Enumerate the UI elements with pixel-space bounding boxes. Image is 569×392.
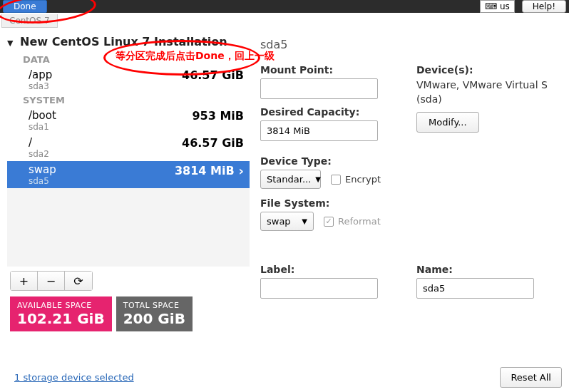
- name-input[interactable]: [416, 278, 534, 299]
- label-label: Label:: [260, 264, 399, 275]
- capacity-label: Desired Capacity:: [260, 106, 399, 118]
- name-label: Name:: [416, 264, 555, 275]
- help-button[interactable]: Help!: [522, 0, 566, 13]
- chevron-right-icon: ›: [239, 163, 244, 178]
- partition-boot[interactable]: /boot sda1 953 MiB: [7, 107, 250, 134]
- selected-device: sda5: [260, 38, 555, 51]
- remove-partition-button[interactable]: −: [38, 272, 65, 290]
- device-type-dropdown[interactable]: Standar... ▼: [260, 170, 321, 189]
- partition-swap[interactable]: swap sda5 3814 MiB ›: [7, 161, 250, 188]
- tab-centos[interactable]: CentOS 7: [1, 14, 58, 28]
- partition-list-spacer: [7, 188, 250, 267]
- devices-text: VMware, VMware Virtual S (sda): [416, 78, 555, 106]
- chevron-down-icon: ▼: [302, 217, 307, 225]
- mount-point-label: Mount Point:: [260, 64, 399, 76]
- keyboard-indicator[interactable]: ⌨ us: [480, 0, 515, 13]
- devices-label: Device(s):: [416, 64, 555, 76]
- reload-button[interactable]: ⟳: [65, 272, 92, 290]
- section-data: DATA: [7, 53, 250, 66]
- device-type-label: Device Type:: [260, 155, 555, 167]
- encrypt-checkbox[interactable]: Encrypt: [331, 174, 381, 185]
- section-system: SYSTEM: [7, 93, 250, 107]
- filesystem-label: File System:: [260, 197, 555, 209]
- storage-devices-link[interactable]: 1 storage device selected: [14, 372, 134, 383]
- collapse-icon: ▼: [7, 38, 13, 48]
- done-button[interactable]: Done: [3, 0, 47, 13]
- partition-root[interactable]: / sda2 46.57 GiB: [7, 134, 250, 161]
- mount-point-input[interactable]: [260, 78, 378, 99]
- chevron-down-icon: ▼: [315, 175, 321, 183]
- capacity-input[interactable]: [260, 120, 378, 141]
- install-header[interactable]: ▼ New CentOS Linux 7 Installation: [7, 35, 250, 48]
- keyboard-layout: us: [500, 1, 510, 11]
- filesystem-dropdown[interactable]: swap ▼: [260, 212, 314, 231]
- available-space-box: AVAILABLE SPACE 102.21 GiB: [10, 296, 112, 331]
- keyboard-icon: ⌨: [485, 1, 497, 11]
- reset-all-button[interactable]: Reset All: [500, 367, 562, 388]
- reformat-checkbox: ✓ Reformat: [324, 216, 381, 227]
- modify-button[interactable]: Modify...: [416, 112, 479, 133]
- total-space-box: TOTAL SPACE 200 GiB: [116, 296, 193, 331]
- add-partition-button[interactable]: +: [11, 272, 38, 290]
- partition-app[interactable]: /app sda3 46.57 GiB: [7, 66, 250, 93]
- label-input[interactable]: [260, 278, 378, 299]
